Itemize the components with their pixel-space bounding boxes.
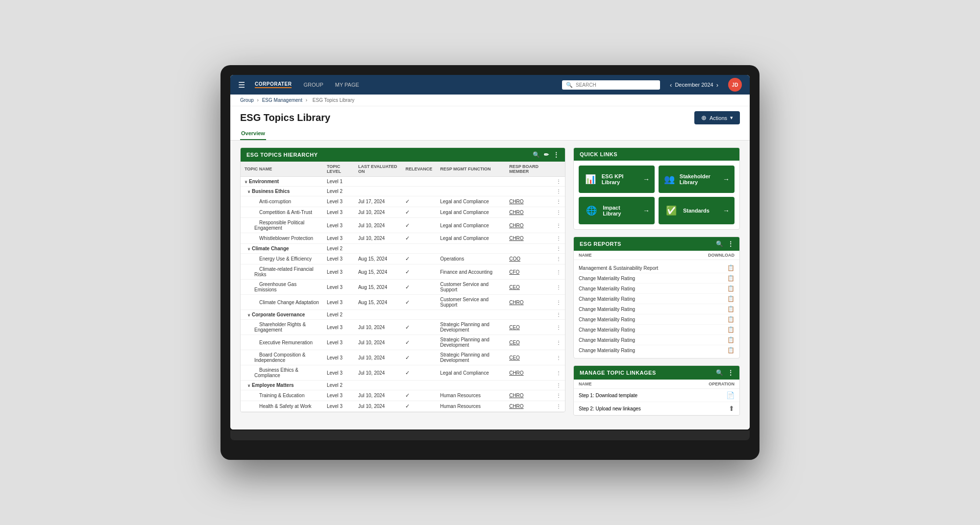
linkage-name: Step 1: Download template bbox=[579, 393, 637, 398]
current-date: December 2024 bbox=[675, 82, 713, 88]
resp-board[interactable]: CHRO bbox=[505, 218, 552, 233]
resp-board[interactable]: CHRO bbox=[505, 207, 552, 218]
linkage-name: Step 2: Upload new linkages bbox=[579, 406, 641, 411]
left-panel: ESG TOPICS HIERARCHY 🔍 ✏ ⋮ TOPIC NAME TO… bbox=[240, 147, 565, 423]
reports-more-icon[interactable]: ⋮ bbox=[728, 240, 734, 247]
resp-board[interactable]: CHRO bbox=[505, 401, 552, 412]
actions-button[interactable]: ⊕ Actions ▾ bbox=[694, 111, 740, 124]
quick-link-impact[interactable]: 🌐 Impact Library → bbox=[579, 197, 655, 224]
resp-board[interactable]: CEO bbox=[505, 350, 552, 365]
chevron-icon[interactable]: ∨ bbox=[247, 313, 250, 317]
resp-mgmt: Human Resources bbox=[436, 401, 505, 412]
linkages-search-icon[interactable]: 🔍 bbox=[716, 369, 724, 376]
row-menu[interactable]: ⋮ bbox=[552, 390, 565, 401]
download-icon[interactable]: 📋 bbox=[727, 336, 735, 343]
resp-board[interactable]: CFO bbox=[505, 264, 552, 280]
row-menu[interactable]: ⋮ bbox=[552, 401, 565, 412]
table-row: ∨Employee MattersLevel 2⋮ bbox=[241, 381, 565, 390]
chevron-icon[interactable]: ∨ bbox=[247, 190, 250, 194]
resp-board[interactable]: CEO bbox=[505, 335, 552, 350]
last-evaluated: Jul 10, 2024 bbox=[354, 350, 401, 365]
chevron-icon[interactable]: ∨ bbox=[247, 247, 250, 251]
breadcrumb-esg-management[interactable]: ESG Management bbox=[262, 97, 302, 103]
row-menu[interactable]: ⋮ bbox=[552, 335, 565, 350]
row-menu[interactable]: ⋮ bbox=[552, 187, 565, 196]
prev-date-arrow[interactable]: ‹ bbox=[670, 81, 672, 89]
resp-board[interactable]: CHRO bbox=[505, 233, 552, 244]
row-menu[interactable]: ⋮ bbox=[552, 310, 565, 320]
row-menu[interactable]: ⋮ bbox=[552, 320, 565, 335]
quick-links-card: QUICK LINKS 📊 ESG KPI Library → 👥 Stakeh… bbox=[573, 147, 740, 230]
resp-board[interactable]: CEO bbox=[505, 280, 552, 295]
chevron-icon[interactable]: ∨ bbox=[245, 180, 247, 184]
nav-group[interactable]: GROUP bbox=[301, 82, 325, 88]
resp-mgmt bbox=[436, 244, 505, 254]
chevron-icon[interactable]: ∨ bbox=[247, 383, 250, 388]
resp-mgmt bbox=[436, 381, 505, 390]
resp-mgmt bbox=[436, 187, 505, 196]
search-icon-section[interactable]: 🔍 bbox=[533, 151, 540, 158]
nav-mypage[interactable]: MY PAGE bbox=[333, 82, 361, 88]
avatar[interactable]: JD bbox=[728, 78, 742, 92]
row-menu[interactable]: ⋮ bbox=[552, 244, 565, 254]
resp-mgmt: Legal and Compliance bbox=[436, 365, 505, 381]
operation-icon[interactable]: 📄 bbox=[726, 391, 735, 399]
topic-level: Level 3 bbox=[323, 350, 354, 365]
topic-name: Shareholder Rights & Engagement bbox=[254, 322, 306, 333]
relevance: ✓ bbox=[401, 233, 436, 244]
report-name: Change Materiality Rating bbox=[579, 348, 635, 353]
row-menu[interactable]: ⋮ bbox=[552, 295, 565, 310]
row-menu[interactable]: ⋮ bbox=[552, 264, 565, 280]
row-menu[interactable]: ⋮ bbox=[552, 280, 565, 295]
download-icon[interactable]: 📋 bbox=[727, 264, 735, 271]
tab-overview[interactable]: Overview bbox=[240, 127, 266, 140]
next-date-arrow[interactable]: › bbox=[716, 81, 718, 89]
resp-board[interactable]: CHRO bbox=[505, 390, 552, 401]
quick-link-esg-kpi[interactable]: 📊 ESG KPI Library → bbox=[579, 166, 655, 193]
download-icon[interactable]: 📋 bbox=[727, 295, 735, 302]
search-input[interactable] bbox=[576, 82, 656, 88]
relevance bbox=[401, 187, 436, 196]
resp-board[interactable]: CEO bbox=[505, 320, 552, 335]
quick-link-stakeholder[interactable]: 👥 Stakeholder Library → bbox=[659, 166, 735, 193]
report-row: Change Materiality Rating 📋 bbox=[579, 335, 735, 345]
right-panel: QUICK LINKS 📊 ESG KPI Library → 👥 Stakeh… bbox=[573, 147, 740, 423]
linkages-more-icon[interactable]: ⋮ bbox=[728, 369, 734, 376]
row-menu[interactable]: ⋮ bbox=[552, 177, 565, 187]
topic-level: Level 2 bbox=[323, 310, 354, 320]
row-menu[interactable]: ⋮ bbox=[552, 254, 565, 264]
esg-kpi-label: ESG KPI Library bbox=[602, 173, 639, 185]
esg-hierarchy-card: ESG TOPICS HIERARCHY 🔍 ✏ ⋮ TOPIC NAME TO… bbox=[240, 147, 565, 412]
linkage-col-name: NAME bbox=[579, 382, 592, 386]
download-icon[interactable]: 📋 bbox=[727, 285, 735, 292]
resp-board[interactable]: CHRO bbox=[505, 365, 552, 381]
row-menu[interactable]: ⋮ bbox=[552, 218, 565, 233]
last-evaluated bbox=[354, 244, 401, 254]
breadcrumb-group[interactable]: Group bbox=[240, 97, 254, 103]
more-options-icon[interactable]: ⋮ bbox=[553, 151, 560, 158]
operation-icon[interactable]: ⬆ bbox=[729, 405, 735, 412]
row-menu[interactable]: ⋮ bbox=[552, 196, 565, 207]
search-bar[interactable]: 🔍 bbox=[562, 80, 660, 90]
resp-board[interactable]: CHRO bbox=[505, 196, 552, 207]
row-menu[interactable]: ⋮ bbox=[552, 381, 565, 390]
edit-icon[interactable]: ✏ bbox=[544, 151, 549, 158]
download-icon[interactable]: 📋 bbox=[727, 306, 735, 312]
download-icon[interactable]: 📋 bbox=[727, 347, 735, 354]
download-icon[interactable]: 📋 bbox=[727, 326, 735, 333]
table-row: Anti-corruptionLevel 3Jul 17, 2024✓Legal… bbox=[241, 196, 565, 207]
row-menu[interactable]: ⋮ bbox=[552, 233, 565, 244]
quick-link-standards[interactable]: ✅ Standards → bbox=[659, 197, 735, 224]
last-evaluated bbox=[354, 187, 401, 196]
report-row: Change Materiality Rating 📋 bbox=[579, 304, 735, 314]
row-menu[interactable]: ⋮ bbox=[552, 350, 565, 365]
download-icon[interactable]: 📋 bbox=[727, 316, 735, 323]
reports-search-icon[interactable]: 🔍 bbox=[716, 240, 724, 247]
impact-arrow: → bbox=[643, 207, 650, 215]
download-icon[interactable]: 📋 bbox=[727, 275, 735, 282]
resp-board[interactable]: COO bbox=[505, 254, 552, 264]
hamburger-menu-icon[interactable]: ☰ bbox=[238, 80, 245, 90]
resp-board[interactable]: CHRO bbox=[505, 295, 552, 310]
row-menu[interactable]: ⋮ bbox=[552, 207, 565, 218]
row-menu[interactable]: ⋮ bbox=[552, 365, 565, 381]
